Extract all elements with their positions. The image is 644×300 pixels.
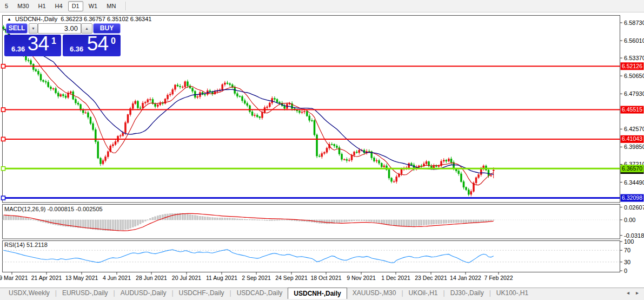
- svg-text:6.41043: 6.41043: [622, 135, 642, 142]
- sell-price-display[interactable]: 6.36 34 1: [4, 35, 61, 56]
- tab-audusd-daily[interactable]: AUDUSD-,Daily: [115, 288, 172, 299]
- level-line-handle: [2, 108, 5, 112]
- svg-text:6.36570: 6.36570: [622, 165, 642, 172]
- price-axis-label: 6.56010: [624, 37, 644, 44]
- macd-indicator-label: MACD(12,26,9) -0.000815 -0.002505: [4, 206, 103, 212]
- tab-scroll-left-icon[interactable]: ◂: [627, 288, 629, 298]
- level-line-handle: [2, 137, 5, 141]
- price-axis-label: 6.39850: [624, 144, 644, 150]
- buy-price-display[interactable]: 6.36 54 0: [63, 35, 121, 56]
- date-axis-label: 14 Jan 2022: [450, 275, 481, 281]
- rsi-axis-label: 70: [624, 247, 630, 253]
- tab-scroll-controls: ◂ ▸: [627, 288, 644, 298]
- sell-price-pip: 1: [51, 36, 56, 46]
- sell-price-prefix: 6.36: [11, 45, 25, 53]
- buy-price-digits: 54: [87, 32, 108, 55]
- rsi-indicator-label: RSI(14) 51.2118: [4, 242, 48, 248]
- chart-tab-bar: USDX,Weekly|EURUSD-,Daily|AUDUSD-,Daily|…: [0, 288, 644, 300]
- tab-dj30-daily[interactable]: DJ30-,Daily: [445, 288, 489, 299]
- macd-axis-label: -0.03187: [624, 232, 644, 239]
- tab-usdx-weekly[interactable]: USDX,Weekly: [3, 288, 55, 299]
- date-axis-label: 4 Jun 2021: [103, 275, 131, 281]
- date-axis-label: 20 Jul 2021: [172, 275, 201, 281]
- mt4-window: 5M30H1H4D1W1MN 6.587306.560106.533706.50…: [0, 0, 644, 300]
- rsi-axis-label: 30: [624, 259, 630, 265]
- date-axis-label: 1 Dec 2021: [381, 275, 410, 281]
- date-axis-label: 13 May 2021: [65, 275, 98, 281]
- price-axis-label: 6.53370: [624, 55, 644, 61]
- price-axis-label: 6.34490: [624, 179, 644, 186]
- tab-ukoil-h1[interactable]: UKOil-,H1: [403, 288, 443, 299]
- one-click-trading-panel: SELL ▼ ▲ BUY 6.36 34 1 6.36 54 0: [4, 23, 121, 56]
- svg-text:6.32098: 6.32098: [622, 194, 642, 201]
- tab-eurusd-daily[interactable]: EURUSD-,Daily: [57, 288, 114, 299]
- chart-title-text: USDCNH-,Daily 6.36223 6.36757 6.35102 6.…: [15, 16, 152, 22]
- date-axis-label: 28 Jun 2021: [136, 275, 167, 281]
- sell-button[interactable]: SELL: [6, 23, 28, 34]
- price-axis-label: 6.47930: [624, 90, 644, 97]
- date-axis-label: 21 Apr 2021: [31, 275, 62, 281]
- macd-axis-label: 0.02607: [624, 204, 644, 211]
- macd-axis-label: 0.00: [624, 217, 635, 223]
- date-axis-label: 23 Dec 2021: [415, 275, 447, 281]
- price-axis-label: 6.50650: [624, 73, 644, 79]
- chart-title: ▲ USDCNH-,Daily 6.36223 6.36757 6.35102 …: [7, 16, 151, 22]
- price-axis-label: 6.58730: [624, 19, 644, 26]
- tab-xauusd-m30[interactable]: XAUUSD-,M30: [347, 288, 402, 299]
- tab-usdchf-daily[interactable]: USDCHF-,Daily: [174, 288, 230, 299]
- buy-price-pip: 0: [111, 36, 116, 46]
- level-line-handle: [2, 64, 5, 68]
- tab-usdcnh-daily[interactable]: USDCNH-,Daily: [288, 288, 347, 299]
- price-axis-label: 6.42570: [624, 126, 644, 132]
- collapse-chart-icon[interactable]: ▲: [7, 17, 11, 22]
- svg-text:6.45515: 6.45515: [622, 106, 642, 113]
- level-line-handle: [2, 196, 5, 200]
- rsi-axis-label: 0: [624, 268, 627, 274]
- tab-usdcad-daily[interactable]: USDCAD-,Daily: [231, 288, 288, 299]
- date-axis-label: 24 Sep 2021: [275, 275, 308, 281]
- sell-price-digits: 34: [28, 32, 49, 55]
- date-axis-label: 18 Oct 2021: [310, 275, 341, 281]
- date-axis-label: 7 Feb 2022: [484, 275, 513, 281]
- svg-text:6.52126: 6.52126: [622, 63, 642, 69]
- date-axis-label: 29 Mar 2021: [0, 275, 28, 281]
- tab-uk100-h1[interactable]: UK100-,H1: [491, 288, 534, 299]
- rsi-pane-frame: [3, 241, 620, 272]
- date-axis-label: 2 Sep 2021: [242, 275, 271, 281]
- level-line-handle: [2, 167, 5, 171]
- date-axis-label: 11 Aug 2021: [206, 275, 237, 281]
- rsi-axis-label: 100: [624, 238, 634, 245]
- date-axis-label: 9 Nov 2021: [347, 275, 376, 281]
- tab-scroll-right-icon[interactable]: ▸: [636, 288, 639, 298]
- buy-price-prefix: 6.36: [70, 45, 83, 53]
